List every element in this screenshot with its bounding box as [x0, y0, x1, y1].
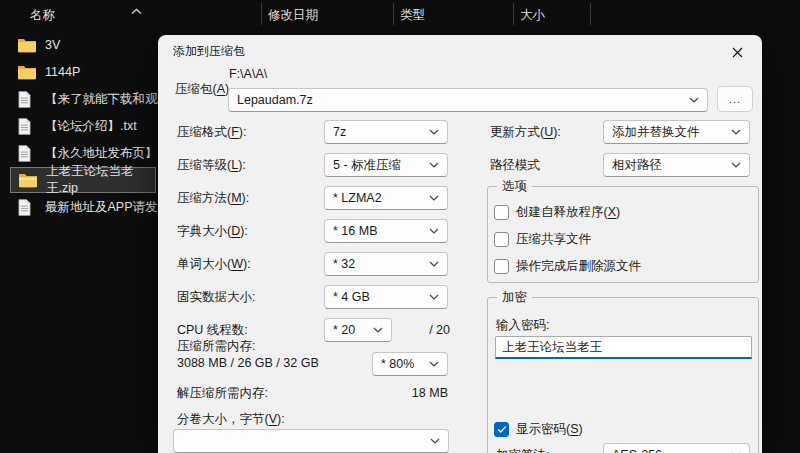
archive-name-input[interactable]: [237, 93, 689, 107]
column-divider[interactable]: [393, 3, 394, 25]
chevron-down-icon: [429, 294, 439, 300]
checkbox-unchecked-icon[interactable]: [494, 259, 509, 274]
password-label: 输入密码:: [496, 317, 549, 333]
show-password-checkbox-label: 显示密码(S): [516, 421, 583, 438]
memory-compress-detail: 3088 MB / 26 GB / 32 GB: [177, 355, 319, 371]
method-label: 压缩方法(M):: [177, 190, 249, 206]
solid-block-select[interactable]: * 4 GB: [324, 285, 448, 309]
volume-size-label: 分卷大小，字节(V):: [177, 411, 285, 427]
encryption-group-title: 加密: [497, 289, 532, 306]
dialog-title: 添加到压缩包: [173, 43, 245, 60]
encryption-method-select[interactable]: AES-256: [603, 443, 750, 453]
word-size-label: 单词大小(W):: [177, 256, 251, 272]
chevron-down-icon: [429, 361, 439, 367]
encryption-method-label: 加密算法:: [496, 447, 549, 453]
checkbox-unchecked-icon[interactable]: [494, 205, 509, 220]
options-group-title: 选项: [497, 178, 532, 195]
column-divider[interactable]: [513, 3, 514, 25]
text-file-icon: [17, 91, 37, 108]
chevron-down-icon: [429, 195, 439, 201]
zip-file-icon: [18, 172, 38, 189]
volume-size-combobox[interactable]: [173, 429, 449, 453]
memory-decompress-value: 18 MB: [348, 385, 448, 401]
level-label: 压缩等级(L):: [177, 157, 246, 173]
chevron-down-icon: [429, 129, 439, 135]
cpu-threads-label: CPU 线程数:: [177, 322, 248, 338]
dictionary-select[interactable]: * 16 MB: [324, 219, 448, 243]
close-icon: [732, 47, 743, 58]
file-name: 3V: [45, 38, 60, 52]
browse-button[interactable]: ...: [717, 86, 753, 112]
text-file-icon: [17, 118, 37, 135]
sort-ascending-icon: [131, 1, 142, 8]
column-header-type[interactable]: 类型: [400, 7, 425, 24]
delete-after-checkbox-row[interactable]: 操作完成后删除源文件: [494, 258, 641, 275]
screen: 名称 修改日期 类型 大小 3V 1144P 【来了就能下载和观看! 【论坛介绍…: [0, 0, 800, 453]
format-label: 压缩格式(F):: [177, 124, 246, 140]
chevron-down-icon: [429, 162, 439, 168]
add-to-archive-dialog: 添加到压缩包 压缩包(A) F:\A\A\ ... 压缩格式(F): 7z 压缩…: [158, 35, 762, 453]
dictionary-label: 字典大小(D):: [177, 223, 248, 239]
chevron-down-icon: [430, 438, 440, 444]
folder-icon: [17, 37, 37, 54]
memory-usage-select[interactable]: * 80%: [372, 352, 448, 376]
column-header-modified[interactable]: 修改日期: [268, 7, 318, 24]
level-select[interactable]: 5 - 标准压缩: [324, 153, 448, 177]
sfx-checkbox-label: 创建自释放程序(X): [516, 204, 620, 221]
text-file-icon: [17, 145, 37, 162]
memory-compress-label: 压缩所需内存:: [177, 338, 255, 354]
chevron-down-icon: [429, 228, 439, 234]
solid-block-label: 固实数据大小:: [177, 289, 255, 305]
chevron-down-icon: [731, 162, 741, 168]
password-input[interactable]: [495, 336, 752, 359]
path-mode-label: 路径模式: [490, 157, 540, 173]
file-name: 1144P: [45, 65, 80, 79]
checkbox-checked-icon[interactable]: [494, 422, 509, 437]
file-name: 【来了就能下载和观看!: [45, 91, 173, 108]
archive-name-combobox[interactable]: [228, 88, 708, 112]
shared-files-checkbox-row[interactable]: 压缩共享文件: [494, 231, 591, 248]
file-name: 上老王论坛当老王.zip: [46, 163, 155, 197]
archive-label: 压缩包(A): [175, 81, 229, 97]
cpu-threads-max: / 20: [358, 322, 450, 338]
archive-path: F:\A\A\: [229, 66, 267, 82]
sfx-checkbox-row[interactable]: 创建自释放程序(X): [494, 204, 620, 221]
file-row-selected[interactable]: 上老王论坛当老王.zip: [10, 167, 156, 193]
word-size-select[interactable]: * 32: [324, 252, 448, 276]
update-mode-label: 更新方式(U):: [490, 124, 561, 140]
column-divider[interactable]: [261, 3, 262, 25]
memory-decompress-label: 解压缩所需内存:: [177, 385, 268, 401]
chevron-down-icon: [689, 97, 699, 103]
format-select[interactable]: 7z: [324, 120, 448, 144]
update-mode-select[interactable]: 添加并替换文件: [603, 120, 750, 144]
column-header-name[interactable]: 名称: [30, 7, 55, 24]
path-mode-select[interactable]: 相对路径: [603, 153, 750, 177]
text-file-icon: [17, 199, 37, 216]
chevron-down-icon: [731, 129, 741, 135]
file-name: 【论坛介绍】.txt: [45, 118, 137, 135]
close-button[interactable]: [720, 39, 754, 65]
folder-icon: [17, 64, 37, 81]
column-header-size[interactable]: 大小: [520, 7, 545, 24]
shared-files-checkbox-label: 压缩共享文件: [516, 231, 591, 248]
chevron-down-icon: [429, 261, 439, 267]
checkbox-unchecked-icon[interactable]: [494, 232, 509, 247]
column-divider[interactable]: [590, 3, 591, 25]
show-password-checkbox-row[interactable]: 显示密码(S): [494, 421, 583, 438]
file-name: 【永久地址发布页】.txt: [45, 145, 174, 162]
delete-after-checkbox-label: 操作完成后删除源文件: [516, 258, 641, 275]
method-select[interactable]: * LZMA2: [324, 186, 448, 210]
